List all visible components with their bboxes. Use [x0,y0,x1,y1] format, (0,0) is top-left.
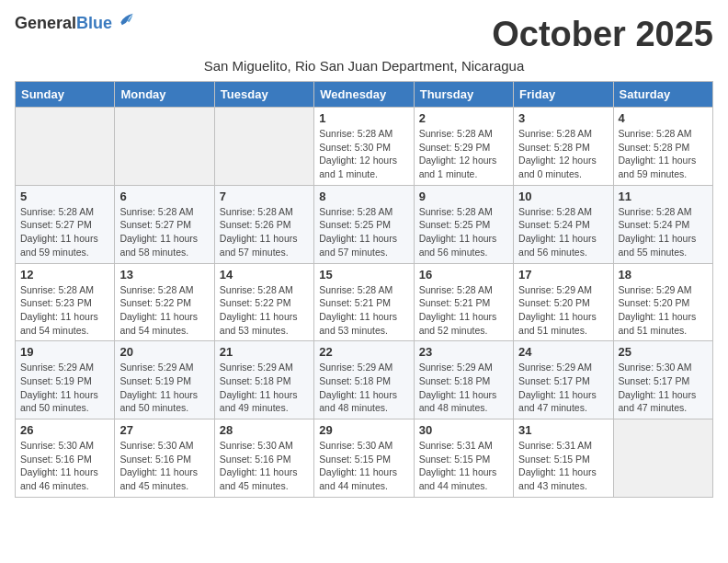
calendar-cell: 13Sunrise: 5:28 AM Sunset: 5:22 PM Dayli… [115,263,214,341]
calendar-cell: 21Sunrise: 5:29 AM Sunset: 5:18 PM Dayli… [214,341,313,419]
calendar-cell: 31Sunrise: 5:31 AM Sunset: 5:15 PM Dayli… [514,419,613,498]
day-number: 3 [518,111,608,125]
day-info: Sunrise: 5:28 AM Sunset: 5:22 PM Dayligh… [220,283,309,338]
calendar-cell: 3Sunrise: 5:28 AM Sunset: 5:28 PM Daylig… [514,108,613,186]
week-row-2: 5Sunrise: 5:28 AM Sunset: 5:27 PM Daylig… [16,185,713,263]
day-info: Sunrise: 5:28 AM Sunset: 5:22 PM Dayligh… [119,283,209,338]
day-info: Sunrise: 5:30 AM Sunset: 5:16 PM Dayligh… [220,439,309,493]
day-info: Sunrise: 5:28 AM Sunset: 5:23 PM Dayligh… [20,283,109,338]
calendar-cell: 5Sunrise: 5:28 AM Sunset: 5:27 PM Daylig… [16,185,115,263]
day-info: Sunrise: 5:30 AM Sunset: 5:16 PM Dayligh… [119,439,209,493]
calendar-cell: 9Sunrise: 5:28 AM Sunset: 5:25 PM Daylig… [414,185,513,263]
day-number: 25 [619,345,708,359]
day-number: 10 [518,190,608,203]
calendar-cell: 8Sunrise: 5:28 AM Sunset: 5:25 PM Daylig… [314,185,414,263]
day-info: Sunrise: 5:30 AM Sunset: 5:15 PM Dayligh… [319,439,408,493]
page-header: GeneralBlue October 2025 [15,15,713,54]
day-info: Sunrise: 5:28 AM Sunset: 5:30 PM Dayligh… [319,127,408,181]
calendar-cell: 16Sunrise: 5:28 AM Sunset: 5:21 PM Dayli… [414,263,513,341]
logo-blue: Blue [76,14,112,32]
day-number: 29 [319,423,408,437]
logo: GeneralBlue [15,15,134,33]
calendar-cell [214,108,313,186]
calendar-cell: 18Sunrise: 5:29 AM Sunset: 5:20 PM Dayli… [613,263,712,341]
logo-bird-icon [114,10,134,30]
day-number: 31 [518,423,608,437]
calendar-cell: 22Sunrise: 5:29 AM Sunset: 5:18 PM Dayli… [314,341,414,419]
day-info: Sunrise: 5:29 AM Sunset: 5:20 PM Dayligh… [619,283,708,338]
calendar-cell: 17Sunrise: 5:29 AM Sunset: 5:20 PM Dayli… [514,263,613,341]
calendar-cell: 1Sunrise: 5:28 AM Sunset: 5:30 PM Daylig… [314,108,414,186]
calendar-cell [16,108,115,186]
calendar-cell: 11Sunrise: 5:28 AM Sunset: 5:24 PM Dayli… [613,185,712,263]
day-header-tuesday: Tuesday [214,82,313,108]
day-header-wednesday: Wednesday [314,82,414,108]
calendar-cell: 26Sunrise: 5:30 AM Sunset: 5:16 PM Dayli… [16,419,115,498]
day-info: Sunrise: 5:28 AM Sunset: 5:21 PM Dayligh… [319,283,408,338]
day-number: 28 [220,423,309,437]
day-number: 23 [419,345,508,359]
day-number: 9 [419,190,508,203]
day-info: Sunrise: 5:29 AM Sunset: 5:19 PM Dayligh… [119,361,209,415]
logo-general: General [15,14,76,32]
day-header-monday: Monday [115,82,214,108]
day-header-thursday: Thursday [414,82,513,108]
day-info: Sunrise: 5:29 AM Sunset: 5:19 PM Dayligh… [20,361,109,415]
day-info: Sunrise: 5:30 AM Sunset: 5:17 PM Dayligh… [619,361,708,415]
day-number: 14 [220,268,309,282]
calendar-cell: 23Sunrise: 5:29 AM Sunset: 5:18 PM Dayli… [414,341,513,419]
day-info: Sunrise: 5:28 AM Sunset: 5:24 PM Dayligh… [619,205,708,259]
day-header-friday: Friday [514,82,613,108]
day-info: Sunrise: 5:29 AM Sunset: 5:18 PM Dayligh… [319,361,408,415]
day-number: 4 [619,111,708,125]
day-info: Sunrise: 5:31 AM Sunset: 5:15 PM Dayligh… [419,439,508,493]
day-number: 19 [20,345,109,359]
day-number: 17 [518,268,608,282]
day-number: 6 [119,190,209,203]
day-info: Sunrise: 5:28 AM Sunset: 5:29 PM Dayligh… [419,127,508,181]
calendar-cell: 25Sunrise: 5:30 AM Sunset: 5:17 PM Dayli… [613,341,712,419]
day-number: 1 [319,111,408,125]
calendar-cell: 27Sunrise: 5:30 AM Sunset: 5:16 PM Dayli… [115,419,214,498]
days-header-row: SundayMondayTuesdayWednesdayThursdayFrid… [16,82,713,108]
calendar-cell [613,419,712,498]
day-info: Sunrise: 5:28 AM Sunset: 5:28 PM Dayligh… [619,127,708,181]
day-info: Sunrise: 5:28 AM Sunset: 5:27 PM Dayligh… [20,205,109,259]
calendar-cell: 10Sunrise: 5:28 AM Sunset: 5:24 PM Dayli… [514,185,613,263]
calendar-table: SundayMondayTuesdayWednesdayThursdayFrid… [15,81,713,498]
week-row-5: 26Sunrise: 5:30 AM Sunset: 5:16 PM Dayli… [16,419,713,498]
subtitle: San Miguelito, Rio San Juan Department, … [15,58,713,74]
day-info: Sunrise: 5:29 AM Sunset: 5:20 PM Dayligh… [518,283,608,338]
day-header-saturday: Saturday [613,82,712,108]
week-row-1: 1Sunrise: 5:28 AM Sunset: 5:30 PM Daylig… [16,108,713,186]
day-info: Sunrise: 5:29 AM Sunset: 5:18 PM Dayligh… [220,361,309,415]
day-info: Sunrise: 5:28 AM Sunset: 5:24 PM Dayligh… [518,205,608,259]
day-number: 18 [619,268,708,282]
day-number: 27 [119,423,209,437]
day-number: 7 [220,190,309,203]
calendar-cell: 29Sunrise: 5:30 AM Sunset: 5:15 PM Dayli… [314,419,414,498]
day-number: 16 [419,268,508,282]
week-row-3: 12Sunrise: 5:28 AM Sunset: 5:23 PM Dayli… [16,263,713,341]
month-title: October 2025 [492,15,713,54]
calendar-cell: 28Sunrise: 5:30 AM Sunset: 5:16 PM Dayli… [214,419,313,498]
calendar-cell: 30Sunrise: 5:31 AM Sunset: 5:15 PM Dayli… [414,419,513,498]
day-number: 15 [319,268,408,282]
day-number: 26 [20,423,109,437]
day-number: 20 [119,345,209,359]
calendar-cell: 12Sunrise: 5:28 AM Sunset: 5:23 PM Dayli… [16,263,115,341]
calendar-cell: 6Sunrise: 5:28 AM Sunset: 5:27 PM Daylig… [115,185,214,263]
day-info: Sunrise: 5:30 AM Sunset: 5:16 PM Dayligh… [20,439,109,493]
day-info: Sunrise: 5:28 AM Sunset: 5:25 PM Dayligh… [319,205,408,259]
day-info: Sunrise: 5:28 AM Sunset: 5:21 PM Dayligh… [419,283,508,338]
week-row-4: 19Sunrise: 5:29 AM Sunset: 5:19 PM Dayli… [16,341,713,419]
calendar-cell: 7Sunrise: 5:28 AM Sunset: 5:26 PM Daylig… [214,185,313,263]
calendar-cell: 19Sunrise: 5:29 AM Sunset: 5:19 PM Dayli… [16,341,115,419]
day-number: 2 [419,111,508,125]
day-number: 24 [518,345,608,359]
calendar-cell: 2Sunrise: 5:28 AM Sunset: 5:29 PM Daylig… [414,108,513,186]
day-info: Sunrise: 5:29 AM Sunset: 5:18 PM Dayligh… [419,361,508,415]
day-info: Sunrise: 5:28 AM Sunset: 5:27 PM Dayligh… [119,205,209,259]
calendar-cell: 24Sunrise: 5:29 AM Sunset: 5:17 PM Dayli… [514,341,613,419]
day-number: 21 [220,345,309,359]
